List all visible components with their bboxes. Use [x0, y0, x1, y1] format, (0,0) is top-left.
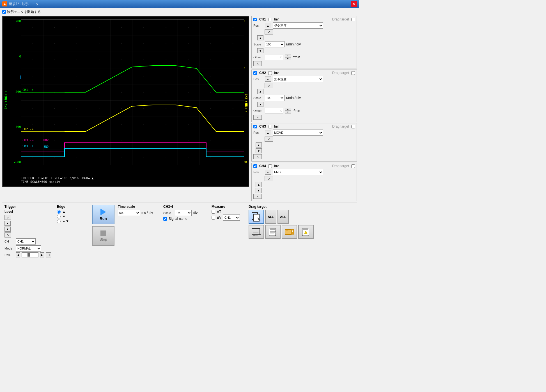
ch1-scale-down-btn[interactable]: ▼	[257, 48, 263, 53]
svg-point-15	[258, 218, 259, 219]
bottom-icon-1[interactable]	[249, 225, 264, 239]
trigger-collapse-btn[interactable]: ⤡	[4, 232, 11, 237]
ch1-label: CH1	[259, 17, 266, 21]
ch1-scale-select[interactable]: 100 50 200	[265, 41, 285, 47]
trigger-up-btn[interactable]: ▲	[4, 221, 11, 226]
stop-button[interactable]: Stop	[92, 226, 114, 246]
ch2-offset-down-btn[interactable]: ▼	[285, 111, 291, 114]
trigger-pos-left-btn[interactable]: ◀	[16, 252, 20, 257]
ch4-drag-checkbox[interactable]	[351, 164, 355, 168]
svg-text:CH2 ->: CH2 ->	[22, 127, 34, 131]
svg-rect-16	[252, 229, 260, 235]
drag-target-icon-btn[interactable]	[249, 210, 264, 224]
app-icon: ▶	[2, 1, 7, 6]
drag-target-section: Drag target ALL ALL	[249, 205, 314, 240]
ch4-inv-checkbox[interactable]	[268, 164, 272, 168]
ch3-enable-checkbox[interactable]	[253, 125, 257, 128]
ch4-pos-select[interactable]: END MOVE	[273, 169, 323, 175]
ch3-pos-expand-btn[interactable]: ⤢	[265, 137, 273, 142]
bottom-icon-2[interactable]	[265, 225, 281, 239]
ch1-drag-checkbox[interactable]	[351, 18, 355, 21]
ch1-collapse-btn[interactable]: ⤡	[253, 61, 262, 66]
trigger-pos-right-btn[interactable]: ▶	[40, 252, 44, 257]
ch1-pos-up-btn[interactable]: ▲	[265, 23, 271, 28]
ch34-section: CH3-4 Scale 1/4 1/2 1 div Signal name	[163, 205, 208, 222]
rotated-label-right: CH2 指令速度（r/min）	[244, 94, 248, 109]
delta-t-checkbox[interactable]	[212, 210, 215, 214]
ch4-down-btn[interactable]: ▼	[256, 188, 262, 193]
ch3-drag-checkbox[interactable]	[351, 125, 355, 128]
ch3-settings: CH3 Inv. Drag target Pos. ▲ MOVE END	[251, 123, 357, 162]
ch3-up-btn[interactable]: ▲	[256, 142, 262, 147]
drag-all-btn-1[interactable]: ALL	[265, 210, 276, 224]
ch3-label: CH3	[259, 124, 266, 128]
ch2-drag-checkbox[interactable]	[351, 71, 355, 75]
drag-all-btn-2[interactable]: ALL	[277, 210, 289, 224]
ch2-pos-expand-btn[interactable]: ⤢	[265, 83, 273, 88]
time-scale-unit: ms / div	[141, 211, 153, 215]
edge-down-icon: ▼	[62, 215, 66, 218]
edge-both-radio[interactable]	[57, 220, 61, 223]
ch4-label: CH4	[259, 164, 266, 168]
bottom-icon-3[interactable]	[282, 225, 297, 239]
ch4-collapse-btn[interactable]: ⤡	[253, 194, 262, 199]
ch2-offset-up-btn[interactable]: ▲	[285, 108, 291, 111]
ch2-offset-input[interactable]	[265, 108, 283, 114]
trigger-pos-end-btn[interactable]: ⊣	[46, 252, 51, 257]
ch2-scale-down-btn[interactable]: ▼	[257, 102, 263, 107]
ch2-scale-up-btn[interactable]: ▲	[257, 89, 263, 94]
y-left-3: 0	[19, 55, 21, 58]
ch34-scale-select[interactable]: 1/4 1/2 1	[175, 210, 192, 216]
ch1-scale-up-btn[interactable]: ▲	[257, 35, 263, 40]
ch3-pos-select[interactable]: MOVE END	[273, 130, 323, 136]
svg-rect-22	[255, 235, 258, 236]
ch1-offset-unit: r/min	[293, 55, 300, 59]
trigger-ch-select[interactable]: CH1 CH2 CH3 CH4	[16, 238, 36, 245]
svg-rect-31	[286, 230, 288, 230]
ch2-pos-select[interactable]: 指令速度 帰還速度	[273, 76, 323, 82]
edge-up-radio[interactable]	[57, 210, 61, 214]
run-button[interactable]: Run	[92, 205, 114, 224]
measure-ch-select[interactable]: CH1 CH2 CH3 CH4	[223, 215, 240, 221]
delta-v-checkbox[interactable]	[212, 216, 215, 220]
ch4-enable-checkbox[interactable]	[253, 164, 257, 168]
ch1-offset-up-btn[interactable]: ▲	[285, 54, 291, 57]
ch34-signal-name-checkbox[interactable]	[163, 217, 167, 221]
ch2-scale-select[interactable]: 100 50	[265, 95, 285, 101]
ch34-signal-name-label: Signal name	[169, 217, 187, 221]
time-scale-select[interactable]: 500 100 200 1000	[118, 210, 140, 216]
monitor-start-checkbox[interactable]	[2, 10, 6, 14]
edge-down-radio[interactable]	[57, 215, 61, 218]
ch2-collapse-btn[interactable]: ⤡	[253, 115, 262, 120]
ch3-collapse-btn[interactable]: ⤡	[253, 154, 262, 159]
trigger-mode-select[interactable]: NORMAL AUTO SINGLE	[16, 245, 41, 252]
time-scale-section: Time scale 500 100 200 1000 ms / div	[118, 205, 160, 216]
trigger-pos-label: Pos.	[4, 253, 14, 257]
ch2-inv-checkbox[interactable]	[268, 71, 272, 75]
ch1-offset-down-btn[interactable]: ▼	[285, 57, 291, 60]
ch2-enable-checkbox[interactable]	[253, 71, 257, 75]
trigger-down-btn[interactable]: ▼	[4, 227, 11, 232]
trigger-pos-thumb	[27, 253, 30, 257]
y-left-7: -400	[14, 125, 21, 129]
y-left-9: -600	[14, 160, 21, 164]
ch3-inv-checkbox[interactable]	[268, 125, 272, 128]
close-button[interactable]: ✕	[351, 1, 357, 7]
ch1-offset-input[interactable]	[265, 54, 283, 60]
run-stop-section: Run Stop	[92, 205, 114, 246]
ch1-pos-expand-btn[interactable]: ⤢	[265, 29, 273, 34]
ch3-down-btn[interactable]: ▼	[256, 148, 262, 153]
ch1-enable-checkbox[interactable]	[253, 18, 257, 21]
ch2-pos-up-btn[interactable]: ▲	[265, 77, 271, 82]
ch1-pos-select[interactable]: 指令速度 帰還速度 指令トルク	[273, 22, 323, 29]
trigger-pos-expand-btn[interactable]: ⤢	[4, 215, 11, 220]
stop-icon	[100, 230, 106, 236]
ch4-up-btn[interactable]: ▲	[256, 182, 262, 187]
ch4-pos-expand-btn[interactable]: ⤢	[265, 176, 273, 181]
ch1-inv-checkbox[interactable]	[268, 18, 272, 21]
bottom-icon-4[interactable]	[298, 225, 314, 239]
time-scale-title: Time scale	[118, 205, 160, 209]
ch4-drag-target-label: Drag target	[332, 164, 349, 168]
ch3-pos-up-btn[interactable]: ▲	[265, 130, 271, 135]
ch4-pos-up-btn[interactable]: ▲	[265, 170, 271, 175]
